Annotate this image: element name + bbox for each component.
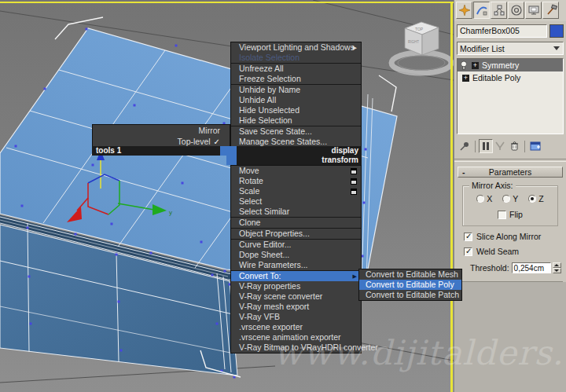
menu-item-move[interactable]: Move xyxy=(231,166,361,176)
quad-menu-display: Viewport Lighting and Shadows ▶ Isolate … xyxy=(230,42,362,148)
menu-item-scale[interactable]: Scale xyxy=(231,186,361,196)
flip-checkbox[interactable] xyxy=(498,211,506,219)
menu-item-hide-selection[interactable]: Hide Selection xyxy=(231,115,361,126)
trash-icon xyxy=(509,141,520,152)
menu-item-hide-unselected[interactable]: Hide Unselected xyxy=(231,105,361,115)
menu-item-curve-editor[interactable]: Curve Editor... xyxy=(231,240,361,250)
quad-menu-tools: Mirror Top-level✓ xyxy=(92,124,230,148)
modify-icon xyxy=(476,4,488,16)
command-panel: ChamferBox005 Modifier List + Symmetry +… xyxy=(454,0,566,392)
expand-icon[interactable]: + xyxy=(472,62,479,69)
show-end-result-button[interactable] xyxy=(479,139,493,153)
active-viewport-border-top xyxy=(0,2,454,3)
mirror-axis-group: Mirror Axis: X Y Z xyxy=(462,185,558,226)
axis-option-z[interactable]: Z xyxy=(528,194,543,203)
settings-icon[interactable] xyxy=(351,178,357,185)
stack-item-editable-poly[interactable]: + Editable Poly xyxy=(458,71,563,84)
menu-item-wire-parameters[interactable]: Wire Parameters... xyxy=(231,260,361,270)
menu-item-viewport-lighting[interactable]: Viewport Lighting and Shadows ▶ xyxy=(231,42,361,53)
menu-item-dope-sheet[interactable]: Dope Sheet... xyxy=(231,250,361,260)
remove-modifier-button[interactable] xyxy=(507,139,521,153)
spinner-up-button[interactable] xyxy=(553,262,561,268)
menu-item-freeze-selection[interactable]: Freeze Selection xyxy=(231,74,361,84)
menu-item-convert-to[interactable]: Convert To: ▶ xyxy=(231,271,361,281)
menu-item-unfreeze-all[interactable]: Unfreeze All xyxy=(231,64,361,74)
slice-checkbox-checked[interactable]: ✓ xyxy=(464,233,472,241)
menu-item-save-scene-state[interactable]: Save Scene State... xyxy=(231,126,361,137)
menu-item-unhide-all[interactable]: Unhide All xyxy=(231,95,361,105)
axis-option-x[interactable]: X xyxy=(476,194,492,203)
expand-icon[interactable]: + xyxy=(462,75,469,82)
menu-item-vray-properties[interactable]: V-Ray properties xyxy=(231,281,361,291)
menu-item-vray-scene-converter[interactable]: V-Ray scene converter xyxy=(231,291,361,302)
parameters-rollout-header[interactable]: - Parameters xyxy=(458,167,563,178)
check-icon: ✓ xyxy=(465,232,472,240)
pin-stack-button[interactable] xyxy=(458,139,472,153)
display-icon xyxy=(527,4,540,16)
spinner-down-button[interactable] xyxy=(553,268,561,273)
quad-header-transform[interactable]: transform xyxy=(226,156,362,165)
make-unique-button[interactable] xyxy=(493,139,507,153)
toolbar-separator xyxy=(524,141,525,152)
weld-seam-option[interactable]: ✓ Weld Seam xyxy=(464,247,563,256)
stack-item-symmetry[interactable]: + Symmetry xyxy=(458,59,563,71)
object-color-swatch[interactable] xyxy=(549,24,564,38)
menu-item-convert-editable-poly[interactable]: Convert to Editable Poly xyxy=(359,280,461,290)
axis-option-y[interactable]: Y xyxy=(502,194,518,203)
quad-header-tools[interactable]: tools 1 xyxy=(92,146,230,156)
menu-item-convert-editable-patch[interactable]: Convert to Editable Patch xyxy=(359,290,461,300)
settings-icon[interactable] xyxy=(351,189,357,195)
menu-item-unhide-by-name[interactable]: Unhide by Name xyxy=(231,85,361,95)
active-viewport-border-right xyxy=(450,2,453,392)
radio-z-selected[interactable] xyxy=(528,195,536,203)
menu-item-isolate-selection[interactable]: Isolate Selection xyxy=(231,53,361,63)
tab-motion[interactable] xyxy=(508,2,524,19)
menu-item-convert-editable-mesh[interactable]: Convert to Editable Mesh xyxy=(359,269,461,280)
configure-modifier-sets-button[interactable] xyxy=(528,139,542,153)
lightbulb-icon[interactable] xyxy=(460,60,468,70)
menu-item-select[interactable]: Select xyxy=(231,196,361,207)
tab-create[interactable] xyxy=(456,2,472,19)
tab-display[interactable] xyxy=(525,2,542,19)
menu-item-vrscene-animation-exporter[interactable]: .vrscene animation exporter xyxy=(231,332,361,343)
quad-menu-transform: Move Rotate Scale Select Select Similar … xyxy=(230,165,362,354)
motion-icon xyxy=(510,4,523,16)
perspective-viewport[interactable]: y TOP RIGHT xyxy=(0,0,454,392)
settings-icon[interactable] xyxy=(351,168,357,174)
menu-item-top-level[interactable]: Top-level✓ xyxy=(93,136,230,147)
menu-item-select-similar[interactable]: Select Similar xyxy=(231,207,361,217)
panel-divider xyxy=(454,159,566,162)
menu-item-clone[interactable]: Clone xyxy=(231,218,361,228)
tab-modify[interactable] xyxy=(473,2,490,19)
object-name-field[interactable]: ChamferBox005 xyxy=(457,24,547,38)
slice-along-mirror-option[interactable]: ✓ Slice Along Mirror xyxy=(464,232,563,241)
mirror-axis-label: Mirror Axis: xyxy=(469,181,516,190)
quad-center-square xyxy=(226,156,237,165)
down-arrow-icon xyxy=(554,269,559,272)
tab-utilities[interactable] xyxy=(542,2,559,19)
threshold-input[interactable]: 0,254cm xyxy=(512,262,551,273)
tab-hierarchy[interactable] xyxy=(491,2,507,19)
menu-item-vrscene-exporter[interactable]: .vrscene exporter xyxy=(231,322,361,332)
radio-y[interactable] xyxy=(502,195,510,203)
weld-checkbox-checked[interactable]: ✓ xyxy=(464,247,472,256)
mirror-axis-options: X Y Z xyxy=(463,194,557,203)
menu-item-object-properties[interactable]: Object Properties... xyxy=(231,229,361,239)
flip-option[interactable]: Flip xyxy=(463,210,557,219)
menu-item-rotate[interactable]: Rotate xyxy=(231,176,361,186)
viewcube-side-label: RIGHT xyxy=(408,40,419,44)
menu-item-vray-bitmap-converter[interactable]: V-Ray Bitmap to VRayHDRI converter xyxy=(231,343,361,353)
quad-header-display[interactable]: display xyxy=(226,146,362,156)
menu-item-vray-mesh-export[interactable]: V-Ray mesh export xyxy=(231,302,361,312)
create-icon xyxy=(458,4,471,16)
submenu-arrow-icon: ▶ xyxy=(353,42,357,53)
configure-sets-icon xyxy=(530,141,542,152)
menu-item-vray-vfb[interactable]: V-Ray VFB xyxy=(231,312,361,322)
modifier-list-dropdown[interactable]: Modifier List xyxy=(457,42,564,55)
viewcube[interactable]: TOP RIGHT xyxy=(391,22,451,73)
up-arrow-icon xyxy=(554,264,559,266)
menu-item-mirror[interactable]: Mirror xyxy=(93,125,230,136)
check-icon: ✓ xyxy=(214,137,220,146)
radio-x[interactable] xyxy=(476,195,484,203)
threshold-label: Threshold: xyxy=(470,263,509,273)
